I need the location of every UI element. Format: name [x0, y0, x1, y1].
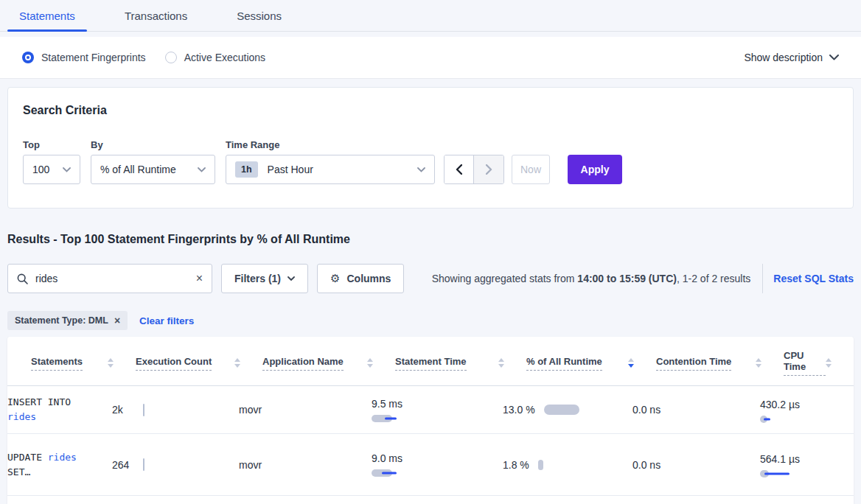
- cpu-time-value: 564.1 µs: [760, 452, 806, 466]
- radio-active-executions[interactable]: Active Executions: [165, 52, 266, 63]
- chevron-down-icon: [829, 55, 839, 60]
- sort-asc-arrow: [108, 358, 114, 362]
- radio-label: Active Executions: [184, 52, 266, 63]
- time-range-badge: 1h: [235, 161, 258, 178]
- time-nav-group: [444, 155, 504, 184]
- contention-time-cell: 0.0 ns: [632, 458, 760, 472]
- sort-desc-arrow: [234, 364, 240, 368]
- radio-label: Statement Fingerprints: [41, 52, 146, 63]
- sort-icon[interactable]: [234, 358, 240, 368]
- remove-filter-icon[interactable]: ×: [114, 315, 120, 326]
- table-row: INSERT INTOrides2kmovr9.5 ms13.0 %0.0 ns…: [7, 386, 854, 434]
- reset-sql-stats-link[interactable]: Reset SQL Stats: [773, 273, 854, 284]
- stat-bar-gray: [544, 405, 579, 415]
- sort-asc-arrow: [756, 358, 761, 362]
- filters-button-label: Filters (1): [234, 273, 281, 284]
- runtime-pct-cell: 13.0 %: [503, 402, 632, 417]
- radio-selected-icon: [22, 52, 34, 63]
- execution-count-cell: 2k: [112, 404, 239, 416]
- tab-transactions[interactable]: Transactions: [113, 0, 199, 31]
- clear-filters-link[interactable]: Clear filters: [139, 315, 194, 326]
- column-header-statement-time[interactable]: Statement Time: [395, 350, 526, 376]
- execution-count-cell: 264: [112, 458, 239, 471]
- column-header-cpu-time[interactable]: CPU Time: [784, 350, 854, 376]
- sort-desc-arrow: [498, 364, 504, 368]
- table-header-row: StatementsExecution CountApplication Nam…: [7, 337, 854, 386]
- chevron-down-icon: [63, 167, 71, 172]
- apply-button[interactable]: Apply: [568, 155, 622, 184]
- sort-icon[interactable]: [756, 358, 761, 368]
- column-header-label: Statements: [31, 356, 83, 371]
- statement-time-value: 9.5 ms: [372, 398, 503, 410]
- chevron-right-icon: [486, 164, 492, 175]
- sort-desc-arrow: [826, 364, 832, 368]
- results-toolbar: × Filters (1) ⚙ Columns Showing aggregat…: [7, 264, 854, 293]
- chevron-left-icon: [456, 164, 462, 175]
- by-label: By: [91, 139, 226, 150]
- stat-bar-blue: [764, 418, 770, 420]
- sort-asc-arrow: [826, 358, 832, 362]
- statement-link[interactable]: rides: [7, 411, 36, 422]
- sort-icon[interactable]: [498, 358, 504, 368]
- column-header-label: Execution Count: [136, 356, 212, 371]
- statements-table: StatementsExecution CountApplication Nam…: [7, 337, 854, 504]
- column-header-statements[interactable]: Statements: [31, 350, 136, 376]
- filter-chip-statement-type[interactable]: Statement Type: DML ×: [7, 311, 128, 330]
- columns-button[interactable]: ⚙ Columns: [317, 264, 404, 293]
- tab-statements[interactable]: Statements: [7, 0, 87, 31]
- runtime-pct-value: 13.0 %: [503, 402, 535, 417]
- clear-search-icon[interactable]: ×: [196, 273, 203, 284]
- sort-asc-arrow: [628, 358, 634, 362]
- application-name-value: movr: [239, 404, 262, 416]
- stat-bar: [372, 415, 397, 422]
- statement-cell: INSERT INTOrides: [7, 395, 112, 424]
- stat-bar: [538, 460, 543, 470]
- execution-count-bar: [143, 404, 144, 416]
- cpu-time-cell: 430.2 µs: [760, 397, 806, 423]
- statement-search-box[interactable]: ×: [7, 264, 212, 293]
- stat-bar: [372, 469, 397, 477]
- sort-icon[interactable]: [628, 358, 634, 368]
- previous-time-button[interactable]: [445, 155, 474, 183]
- radio-statement-fingerprints[interactable]: Statement Fingerprints: [22, 52, 146, 63]
- contention-time-cell: 0.0 ns: [632, 403, 760, 416]
- sort-icon[interactable]: [367, 358, 373, 368]
- filters-button[interactable]: Filters (1): [221, 264, 308, 293]
- table-row: UPDATE ridesSET…264movr9.0 ms1.8 %0.0 ns…: [7, 434, 854, 496]
- gear-icon: ⚙: [330, 272, 340, 285]
- column-header-application-name[interactable]: Application Name: [262, 350, 395, 376]
- stat-bar: [544, 405, 579, 415]
- search-input[interactable]: [35, 273, 196, 284]
- sort-desc-arrow: [756, 364, 761, 368]
- time-range-label: Time Range: [226, 139, 444, 150]
- contention-time-value: 0.0 ns: [632, 404, 660, 416]
- time-range-select[interactable]: 1h Past Hour: [226, 155, 435, 184]
- statement-time-cell: 9.0 ms: [372, 452, 503, 477]
- next-time-button[interactable]: [474, 155, 503, 183]
- column-header-execution-count[interactable]: Execution Count: [136, 350, 262, 376]
- chevron-down-icon: [198, 167, 206, 172]
- table-body: INSERT INTOrides2kmovr9.5 ms13.0 %0.0 ns…: [7, 386, 854, 496]
- show-description-toggle[interactable]: Show description: [744, 52, 839, 63]
- sort-icon[interactable]: [826, 358, 832, 368]
- tab-sessions[interactable]: Sessions: [225, 0, 293, 31]
- top-select[interactable]: 100: [23, 155, 80, 184]
- column-header-of-all-runtime[interactable]: % of All Runtime: [526, 350, 656, 376]
- cpu-time-value: 430.2 µs: [760, 397, 806, 412]
- search-criteria-card: Search Criteria Top 100 By % of All Runt…: [7, 87, 854, 209]
- chevron-down-icon: [417, 167, 425, 172]
- sort-desc-arrow: [108, 364, 114, 368]
- by-select[interactable]: % of All Runtime: [91, 155, 215, 184]
- chevron-down-icon: [287, 276, 295, 281]
- now-button[interactable]: Now: [512, 155, 550, 184]
- contention-time-value: 0.0 ns: [632, 459, 660, 471]
- stat-bar-gray: [538, 460, 543, 470]
- view-radio-group: Statement Fingerprints Active Executions: [22, 52, 265, 63]
- vertical-divider: [762, 264, 763, 293]
- column-header-contention-time[interactable]: Contention Time: [656, 350, 784, 376]
- aggregated-stats-text: Showing aggregated stats from 14:00 to 1…: [432, 273, 751, 284]
- column-header-label: CPU Time: [784, 350, 826, 376]
- sort-icon[interactable]: [108, 358, 114, 368]
- application-name-cell: movr: [239, 458, 372, 472]
- statement-link[interactable]: rides: [48, 452, 77, 463]
